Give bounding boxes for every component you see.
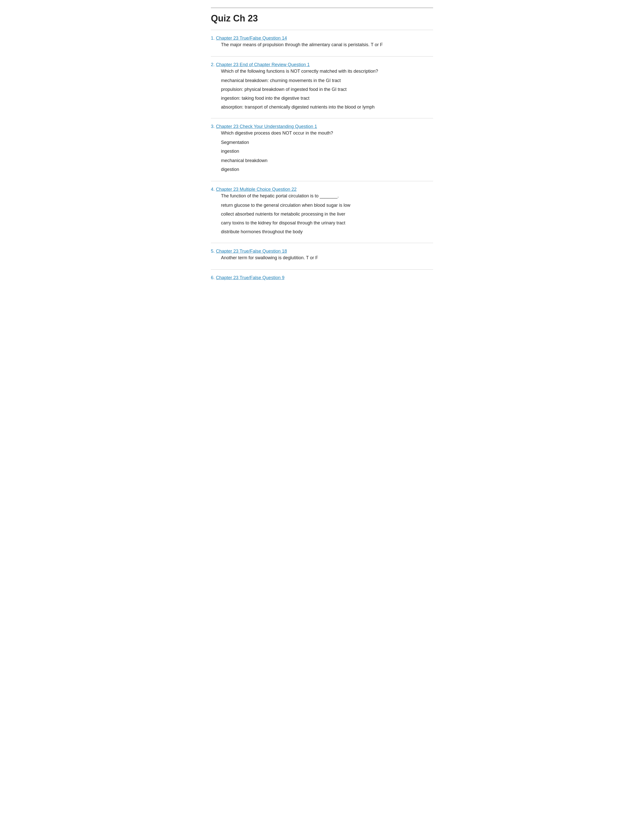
question-body: The major means of propulsion through th… [211,42,433,48]
question-number: 2. [211,62,216,67]
question-text: The major means of propulsion through th… [221,42,433,48]
question-number: 6. [211,275,216,280]
answer-option: return glucose to the general circulatio… [221,202,433,209]
page-title: Quiz Ch 23 [211,13,433,24]
question-link[interactable]: Chapter 23 True/False Question 9 [216,275,284,280]
question-block: 3. Chapter 23 Check Your Understanding Q… [211,118,433,181]
question-text: Which digestive process does NOT occur i… [221,130,433,137]
answer-option: distribute hormones throughout the body [221,228,433,235]
question-block: 2. Chapter 23 End of Chapter Review Ques… [211,56,433,118]
question-link[interactable]: Chapter 23 True/False Question 18 [216,249,287,254]
question-block: 4. Chapter 23 Multiple Choice Question 2… [211,181,433,243]
question-link[interactable]: Chapter 23 Multiple Choice Question 22 [216,187,296,192]
answer-option: carry toxins to the kidney for disposal … [221,220,433,227]
question-text: Which of the following functions is NOT … [221,68,433,75]
question-number: 3. [211,124,216,129]
answer-option: mechanical breakdown: churning movements… [221,77,433,84]
answer-option: digestion [221,166,433,173]
answer-option: ingestion [221,148,433,155]
question-block: 5. Chapter 23 True/False Question 18Anot… [211,243,433,269]
question-text-blank: The function of the hepatic portal circu… [221,193,433,199]
answer-option: mechanical breakdown [221,157,433,164]
answer-option-group: Segmentationingestion [221,139,433,155]
page-wrapper: Quiz Ch 23 1. Chapter 23 True/False Ques… [201,0,443,294]
answer-option-group: mechanical breakdowndigestion [221,157,433,173]
top-divider [211,8,433,8]
question-number: 4. [211,187,216,192]
question-number: 1. [211,35,216,41]
answer-option: ingestion: taking food into the digestiv… [221,95,433,102]
question-body: Which digestive process does NOT occur i… [211,130,433,173]
question-body: The function of the hepatic portal circu… [211,193,433,235]
question-link[interactable]: Chapter 23 Check Your Understanding Ques… [216,124,317,129]
question-block: 6. Chapter 23 True/False Question 9 [211,269,433,286]
question-text: Another term for swallowing is deglutiti… [221,254,433,261]
question-body: Another term for swallowing is deglutiti… [211,254,433,261]
question-block: 1. Chapter 23 True/False Question 14The … [211,30,433,56]
question-link[interactable]: Chapter 23 End of Chapter Review Questio… [216,62,310,68]
question-body: Which of the following functions is NOT … [211,68,433,111]
question-number: 5. [211,249,216,254]
questions-container: 1. Chapter 23 True/False Question 14The … [211,30,433,286]
answer-option: propulsion: physical breakdown of ingest… [221,86,433,93]
question-link[interactable]: Chapter 23 True/False Question 14 [216,35,287,41]
answer-option: collect absorbed nutrients for metabolic… [221,211,433,217]
answer-option: absorption: transport of chemically dige… [221,104,433,111]
answer-option: Segmentation [221,139,433,146]
